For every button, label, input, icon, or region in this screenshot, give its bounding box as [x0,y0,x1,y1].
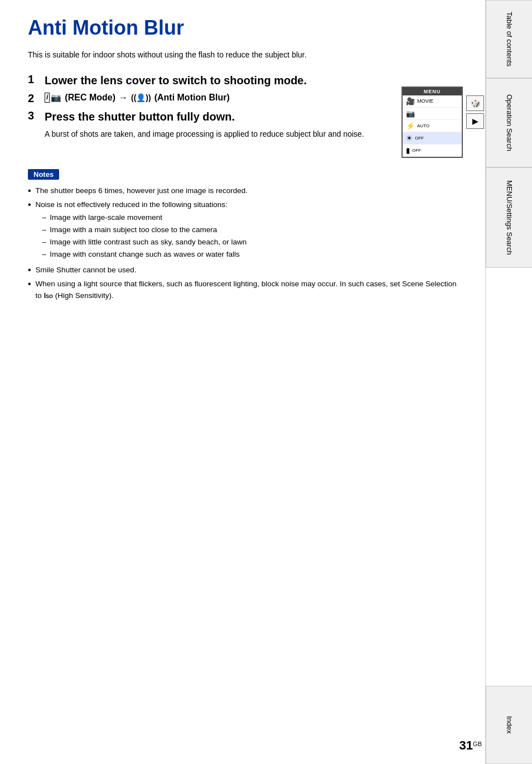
page-suffix: GB [473,741,482,747]
noise-item-4: Image with constant change such as waves… [42,249,247,260]
notes-section: Notes The shutter beeps 6 times, however… [28,169,463,301]
menu-row-5: ▮ OFF [403,145,462,157]
page-container: Anti Motion Blur This is suitable for in… [0,0,532,764]
menu-row-3: ⚡ AUTO [403,120,462,132]
note-item-1: The shutter beeps 6 times, however just … [28,185,463,197]
step-2: 2 i 📷 (REC Mode) → ((👤)) (Anti Motion Bl… [28,92,390,105]
step-3-desc: A burst of shots are taken, and image pr… [45,128,390,140]
step-1-text: Lower the lens cover to switch to shooti… [45,73,307,88]
camera-menu-illustration: MENU 🎥 MOVIE 📷 ⚡ AUTO ☀ OFF [402,87,463,158]
note-item-2: Noise is not effectively reduced in the … [28,199,463,261]
note-item-4: When using a light source that flickers,… [28,278,463,301]
menu-row-1: 🎥 MOVIE [403,95,462,108]
menu-top-bar: MENU [403,88,462,95]
sidebar-tab-menu-search[interactable]: MENU/Settings Search [486,167,532,268]
notes-list: The shutter beeps 6 times, however just … [28,185,463,301]
menu-icon-flash: ⚡ [406,122,415,130]
noise-item-3: Image with little contrast such as sky, … [42,237,247,248]
menu-icon-camera: 📷 [406,109,415,118]
noise-item-2: Image with a main subject too close to t… [42,224,247,236]
sidebar-tab-operation-search[interactable]: Operation Search [486,78,532,167]
step-2-rec-mode: (REC Mode) [65,92,115,104]
anti-motion-blur-icon: ((👤)) [131,93,151,103]
menu-row-2: 📷 [403,108,462,120]
step-3: 3 Press the shutter button fully down. [28,109,390,124]
noise-sublist: Image with large-scale movement Image wi… [42,212,247,261]
step-2-text: i 📷 (REC Mode) → ((👤)) (Anti Motion Blur… [45,92,230,104]
step-2-number: 2 [28,92,39,105]
sidebar-tab-index[interactable]: Index [486,686,532,764]
notes-badge: Notes [28,169,59,180]
sidebar-spacer [486,268,532,686]
intro-text: This is suitable for indoor shots withou… [28,49,463,61]
step-2-arrow: → [119,92,128,104]
step-1-number: 1 [28,73,39,86]
rec-mode-icon: i 📷 [45,92,61,103]
step-2-label: (Anti Motion Blur) [154,92,230,104]
menu-icon-antishake: ☀ [406,134,413,142]
note-item-3: Smile Shutter cannot be used. [28,265,463,276]
menu-icon-scene: ▮ [406,146,410,155]
menu-row-4-selected: ☀ OFF [403,132,462,145]
right-sidebar: Table of contents Operation Search MENU/… [485,0,532,764]
side-icons: 🎲 ▶ [466,95,484,129]
main-content: Anti Motion Blur This is suitable for in… [0,0,485,764]
step-3-number: 3 [28,109,39,122]
sidebar-tab-table-of-contents[interactable]: Table of contents [486,0,532,78]
iso-high-sensitivity-icon: ISO [44,291,53,301]
noise-item-1: Image with large-scale movement [42,212,247,223]
step-3-text: Press the shutter button fully down. [45,109,235,124]
menu-icon-movie: 🎥 [406,97,415,105]
panel-icon-top: 🎲 [466,95,484,111]
panel-icon-play: ▶ [466,113,484,129]
step-1: 1 Lower the lens cover to switch to shoo… [28,73,463,88]
page-number: 31 [460,738,473,752]
page-number-area: 31GB [460,738,482,753]
page-title: Anti Motion Blur [28,17,463,39]
